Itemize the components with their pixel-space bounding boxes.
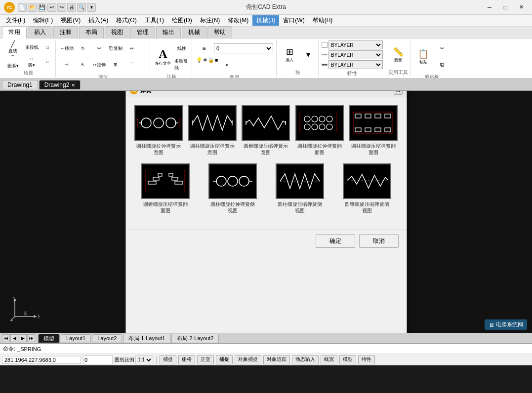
close-btn[interactable]: ✕ [514,2,528,12]
object-snap-btn[interactable]: 对象捕捉 [235,355,261,364]
multileader-btn[interactable]: 多重引线 [174,57,190,73]
menu-annotate[interactable]: 标注(N) [196,15,224,26]
menu-window[interactable]: 窗口(W) [279,15,308,26]
snap-toggle-btn[interactable]: 捕捉 [216,355,233,364]
copy2-btn[interactable]: ⿻ [434,57,450,73]
maximize-btn[interactable]: □ [498,2,512,12]
layer-select[interactable]: 0 [214,43,273,53]
spring-item-8[interactable]: 圆柱螺旋压缩弹簧侧视图 [268,163,331,214]
object-track-btn[interactable]: 对象追踪 [263,355,290,364]
layout-tab-model[interactable]: 模型 [38,334,60,343]
stretch-btn[interactable]: ↦拉伸 [91,57,107,73]
close-drawing-tab-icon[interactable]: ✕ [71,82,75,88]
zoom-btn[interactable]: 🔍 [77,3,86,12]
layout-nav-last[interactable]: ⏭ [27,334,35,342]
spring-item-7[interactable]: 圆柱螺旋拉伸弹簧侧视图 [201,163,264,214]
polyline-btn[interactable]: 多段线 [23,40,41,54]
tab-help[interactable]: 帮助 [207,26,232,38]
spring-item-5[interactable]: 圆柱螺旋压缩弹簧剖面图 [349,105,399,156]
arc-btn[interactable]: ⌒ 圆弧▾ [4,55,22,69]
confirm-btn[interactable]: 确定 [316,234,355,248]
redo-btn[interactable]: ↪ [57,3,66,12]
tab-common[interactable]: 常用 [2,26,27,39]
new-btn[interactable]: 📄 [18,3,27,12]
spring-item-9[interactable]: 圆锥螺旋压缩弹簧侧视图 [335,163,399,214]
tab-output[interactable]: 输出 [156,26,181,38]
spring-item-6[interactable]: 圆锥螺旋压缩弹簧剖面图 [134,163,197,214]
measure-btn[interactable]: 📏 测量 [388,40,408,68]
spring-item-1[interactable]: 圆柱螺旋拉伸弹簧示意图 [134,105,184,156]
layout-tab-print2[interactable]: 布局 2-Layout2 [171,334,219,343]
ellipse-btn[interactable]: ○ [41,55,53,69]
undo-btn[interactable]: ↩ [47,3,56,12]
menu-file[interactable]: 文件(F) [2,15,29,26]
drawing-tab-2[interactable]: Drawing2 ✕ [39,80,81,89]
circle-btn[interactable]: ○ 圆▾ [23,55,41,69]
dialog-close-btn[interactable]: ✕ [394,91,403,95]
color-select[interactable]: BYLAYER [328,40,383,49]
extend-btn[interactable]: ⊣ [59,57,75,73]
copy-btn[interactable]: ⿻复制 [108,40,123,56]
layout-nav-prev[interactable]: ◀ [10,334,18,342]
mirror-btn[interactable]: ⇔ [124,40,140,56]
snap-btn[interactable]: 捕捉 [160,355,176,364]
properties-btn[interactable]: 特性 [358,355,375,364]
tab-layout[interactable]: 布局 [79,26,104,38]
ortho-btn[interactable]: 正交 [197,355,214,364]
layout-tab-layout2[interactable]: Layout2 [92,334,122,342]
save-btn[interactable]: 💾 [38,3,46,12]
cut-btn[interactable]: ✂ [434,40,450,56]
layer-off-btn[interactable]: ▾ [219,57,235,73]
move-btn[interactable]: ↔移动 [59,40,75,56]
drawing-tab-1[interactable]: Drawing1 [2,80,38,89]
trim-btn[interactable]: ✂ [91,40,107,56]
print-btn[interactable]: 🖨 [67,3,76,12]
block-options-btn[interactable]: ▾ [300,46,316,62]
menu-edit[interactable]: 编辑(E) [29,15,57,26]
menu-help[interactable]: 帮助(H) [309,15,337,26]
menu-view[interactable]: 视图(V) [57,15,84,26]
model-type-btn[interactable]: 模型 [339,355,356,364]
tab-annotate[interactable]: 注释 [53,26,78,38]
array-btn[interactable]: ⊞ [108,57,123,73]
menu-insert[interactable]: 插入(A) [84,15,112,26]
multiline-text-btn[interactable]: A 多行文字 [153,43,173,71]
paste-btn[interactable]: 📋 粘贴 [413,43,433,71]
spring-item-4[interactable]: 圆柱螺旋拉伸弹簧剖面图 [295,105,345,156]
linewidth-btn[interactable]: 线宽 [321,355,337,364]
layout-tab-layout1[interactable]: Layout1 [61,334,91,342]
tab-view[interactable]: 视图 [105,26,129,38]
layer-manager-btn[interactable]: ≡ [196,40,212,56]
line-btn[interactable]: ╱ 直线 [4,40,22,54]
rect-btn[interactable]: □ [41,40,53,54]
menu-modify[interactable]: 修改(M) [224,15,252,26]
minimize-btn[interactable]: ─ [483,2,496,12]
angle-input[interactable] [83,355,113,364]
menu-tools[interactable]: 工具(T) [141,15,168,26]
cancel-btn[interactable]: 取消 [359,234,399,248]
grid-btn[interactable]: 栅格 [178,355,195,364]
insert-btn[interactable]: ⊞ 插入 [280,40,299,68]
layout-nav-first[interactable]: ⏮ [2,334,10,342]
scale-btn[interactable]: ⇱ [75,57,91,73]
tab-machine[interactable]: 机械 [182,26,206,38]
spring-item-2[interactable]: 圆柱螺旋压缩弹簧示意图 [187,105,237,156]
menu-draw[interactable]: 绘图(D) [168,15,196,26]
menu-machine[interactable]: 机械(J) [252,15,279,26]
layout-tab-print1[interactable]: 布局 1-Layout1 [123,334,170,343]
open-btn[interactable]: 📂 [28,3,37,12]
layout-nav-next[interactable]: ▶ [19,334,27,342]
rotate-btn[interactable]: ↻ [75,40,91,56]
scale-select[interactable]: 1:1 [135,355,153,364]
linetype-select[interactable]: BYLAYER [328,50,383,59]
menu-format[interactable]: 格式(O) [112,15,140,26]
tab-manage[interactable]: 管理 [130,26,155,38]
customize-btn[interactable]: ▾ [87,3,96,12]
spring-item-3[interactable]: 圆锥螺旋压缩弹簧示意图 [241,105,291,156]
main-canvas[interactable]: X Y Z X YC 弹簧 ✕ [0,91,532,333]
lineweight-select[interactable]: BYLAYER [328,60,383,69]
fillet-btn[interactable]: ⌒ [124,57,140,73]
line-style-btn[interactable]: 线性 [174,40,190,56]
dyn-input-btn[interactable]: 动态输入 [292,355,319,364]
tab-insert[interactable]: 插入 [28,26,52,38]
